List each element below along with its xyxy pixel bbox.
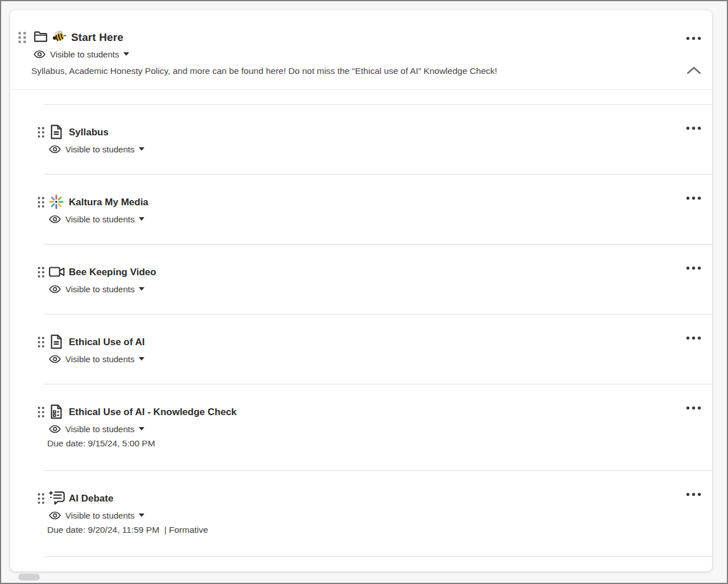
collapse-folder-button[interactable] [684, 61, 704, 78]
folder-description: Syllabus, Academic Honesty Policy, and m… [31, 64, 577, 78]
drag-handle[interactable] [17, 31, 27, 44]
item-title[interactable]: Ethical Use of AI [69, 334, 145, 350]
bee-emoji-icon [52, 29, 67, 43]
item-options-button[interactable] [685, 262, 702, 274]
visibility-label: Visible to students [65, 284, 134, 294]
item-title[interactable]: Ethical Use of AI - Knowledge Check [69, 404, 237, 420]
content-item-syllabus: Syllabus Visible to students [10, 105, 712, 174]
video-camera-icon [48, 264, 64, 280]
quiz-document-icon [48, 404, 64, 420]
caret-down-icon [139, 147, 144, 151]
drag-handle[interactable] [37, 196, 46, 209]
content-item-knowledge-check: Ethical Use of AI - Knowledge Check Visi… [10, 384, 712, 470]
drag-handle[interactable] [37, 266, 46, 279]
drag-handle[interactable] [37, 406, 46, 419]
folder-header: Start Here Visible to students S [10, 10, 712, 90]
folder-icon [33, 29, 48, 44]
caret-down-icon [139, 357, 144, 361]
eye-icon [49, 511, 61, 520]
caret-down-icon [139, 287, 144, 291]
next-card-peek [18, 574, 40, 581]
due-date-text: Due date: 9/20/24, 11:59 PM | Formative [47, 525, 208, 535]
caret-down-icon [139, 513, 144, 517]
caret-down-icon [139, 427, 144, 430]
eye-icon [49, 285, 61, 293]
ellipsis-icon [686, 36, 701, 40]
content-item-ai-debate: AI Debate Visible to students [10, 471, 712, 556]
due-date-text: Due date: 9/15/24, 5:00 PM [47, 438, 155, 449]
drag-handle[interactable] [37, 126, 46, 139]
visibility-label: Visible to students [65, 354, 134, 364]
item-title[interactable]: Syllabus [69, 125, 109, 140]
ellipsis-icon [686, 266, 701, 270]
item-title[interactable]: Kaltura My Media [69, 194, 148, 210]
item-visibility-dropdown[interactable]: Visible to students [49, 509, 144, 521]
content-item-bee-keeping-video: Bee Keeping Video Visible to students [10, 245, 712, 314]
visibility-label: Visible to students [65, 214, 134, 224]
drag-handle[interactable] [37, 492, 46, 505]
folder-visibility-dropdown[interactable]: Visible to students [34, 48, 129, 60]
folder-title[interactable]: Start Here [71, 29, 123, 46]
eye-icon [49, 145, 61, 154]
eye-icon [34, 50, 46, 59]
chevron-up-icon [686, 66, 701, 74]
eye-icon [49, 425, 61, 433]
item-options-button[interactable] [685, 122, 702, 134]
document-icon [48, 124, 64, 140]
item-visibility-dropdown[interactable]: Visible to students [49, 143, 144, 155]
eye-icon [49, 215, 61, 223]
ellipsis-icon [686, 196, 701, 200]
ellipsis-icon [686, 406, 701, 410]
item-visibility-dropdown[interactable]: Visible to students [49, 423, 144, 435]
item-options-button[interactable] [685, 332, 702, 344]
item-options-button[interactable] [685, 488, 702, 500]
caret-down-icon [123, 52, 129, 56]
folder-options-button[interactable] [685, 32, 702, 44]
visibility-label: Visible to students [65, 424, 134, 434]
ellipsis-icon [686, 336, 701, 340]
item-visibility-dropdown[interactable]: Visible to students [49, 283, 144, 295]
ellipsis-icon [686, 492, 701, 496]
visibility-label: Visible to students [50, 49, 119, 59]
visibility-label: Visible to students [65, 511, 134, 520]
folder-item-list: Syllabus Visible to students [10, 90, 712, 570]
drag-handle[interactable] [37, 336, 46, 349]
discussion-icon [48, 490, 64, 506]
start-here-folder-card: Start Here Visible to students S [10, 10, 712, 571]
item-visibility-dropdown[interactable]: Visible to students [49, 353, 144, 365]
visibility-label: Visible to students [65, 144, 134, 154]
item-options-button[interactable] [685, 401, 702, 414]
item-title[interactable]: Bee Keeping Video [69, 264, 156, 280]
item-title[interactable]: AI Debate [69, 491, 113, 507]
eye-icon [49, 355, 61, 363]
document-icon [48, 334, 64, 350]
course-content-page: Start Here Visible to students S [0, 0, 728, 584]
card-bottom-padding [10, 557, 712, 570]
kaltura-sunburst-icon [48, 194, 64, 210]
ellipsis-icon [686, 126, 701, 130]
content-item-kaltura-my-media: Kaltura My Media Visible to students [10, 175, 712, 244]
content-item-ethical-use-of-ai: Ethical Use of AI Visible to students [10, 314, 712, 384]
caret-down-icon [139, 217, 144, 221]
item-visibility-dropdown[interactable]: Visible to students [49, 213, 144, 225]
item-options-button[interactable] [685, 192, 702, 204]
